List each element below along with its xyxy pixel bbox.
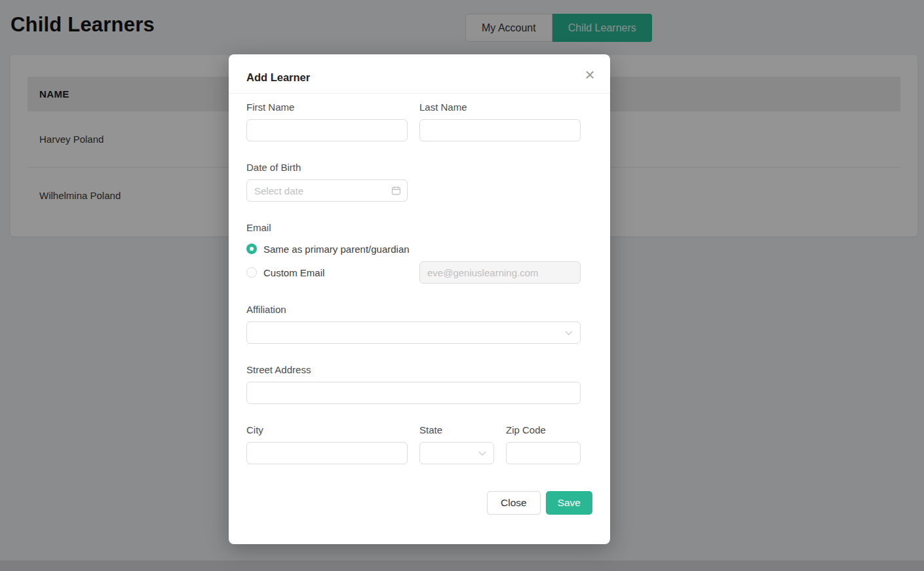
date-of-birth-label: Date of Birth (246, 162, 581, 173)
state-label: State (419, 424, 494, 435)
zip-code-label: Zip Code (506, 424, 581, 435)
email-label: Email (246, 222, 581, 233)
add-learner-modal: Add Learner × First Name Last Name Date … (229, 54, 610, 544)
chevron-down-icon (478, 451, 486, 456)
affiliation-select[interactable] (246, 322, 581, 344)
first-name-input[interactable] (246, 119, 408, 141)
street-address-input[interactable] (246, 382, 581, 404)
street-address-label: Street Address (246, 364, 581, 375)
state-select[interactable] (419, 442, 494, 464)
modal-title: Add Learner (246, 71, 592, 84)
save-button[interactable]: Save (546, 491, 592, 515)
radio-same-as-parent-label[interactable]: Same as primary parent/guardian (263, 244, 410, 255)
date-of-birth-input[interactable] (246, 179, 408, 202)
close-button[interactable]: Close (487, 491, 541, 515)
modal-header: Add Learner × (229, 54, 610, 94)
modal-body: First Name Last Name Date of Birth (229, 94, 610, 464)
radio-custom-email[interactable] (246, 267, 257, 278)
chevron-down-icon (565, 331, 573, 335)
custom-email-input[interactable] (419, 261, 581, 284)
city-input[interactable] (246, 442, 408, 464)
modal-footer: Close Save (229, 491, 610, 515)
first-name-label: First Name (246, 101, 408, 113)
last-name-label: Last Name (419, 101, 581, 113)
last-name-input[interactable] (419, 119, 581, 141)
zip-code-input[interactable] (506, 442, 581, 464)
radio-custom-email-label[interactable]: Custom Email (263, 267, 324, 278)
close-icon[interactable]: × (580, 65, 600, 84)
affiliation-label: Affiliation (246, 304, 581, 315)
city-label: City (246, 424, 408, 435)
radio-same-as-parent[interactable] (246, 244, 257, 254)
